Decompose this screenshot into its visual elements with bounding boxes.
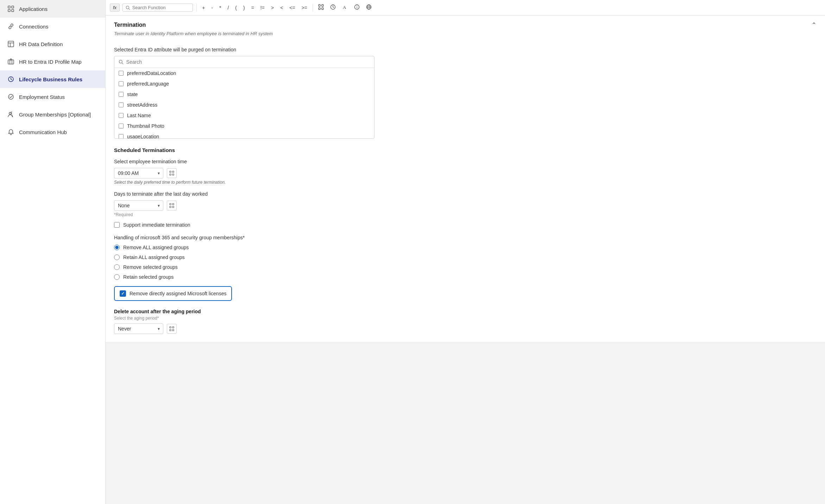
sidebar-item-communication[interactable]: Communication Hub	[0, 123, 105, 141]
sidebar-item-lifecycle[interactable]: Lifecycle Business Rules	[0, 70, 105, 88]
sidebar-item-applications[interactable]: Applications	[0, 0, 105, 18]
svg-rect-37	[170, 327, 171, 328]
attribute-search-box: preferredDataLocation preferredLanguage …	[114, 56, 374, 139]
attr-checkbox-2[interactable]	[119, 92, 124, 97]
svg-line-28	[122, 63, 123, 64]
collapse-button[interactable]: ⌃	[811, 21, 817, 29]
section-header: Termination ⌃	[106, 15, 825, 31]
list-item[interactable]: preferredDataLocation	[114, 68, 374, 78]
attr-search-input[interactable]	[126, 59, 370, 65]
svg-rect-4	[8, 41, 14, 47]
check-circle-icon	[7, 93, 15, 101]
svg-rect-0	[8, 6, 10, 8]
list-item[interactable]: Thumbnail Photo	[114, 121, 374, 131]
clock-button[interactable]	[328, 4, 338, 12]
radio-remove-selected[interactable]	[114, 264, 120, 270]
content-area: Termination ⌃ Terminate user in Identity…	[106, 15, 825, 504]
attr-checkbox-4[interactable]	[119, 113, 124, 118]
open-paren-button[interactable]: (	[233, 4, 239, 11]
sidebar-item-hr-entra[interactable]: HR to Entra ID Profile Map	[0, 53, 105, 70]
sidebar-item-group-label: Group Memberships [Optional]	[19, 112, 91, 118]
svg-rect-7	[8, 60, 14, 64]
attr-search-icon	[119, 59, 124, 64]
lt-button[interactable]: <	[278, 4, 285, 11]
radio-remove-all[interactable]	[114, 245, 120, 250]
gte-button[interactable]: >=	[300, 4, 309, 11]
list-item[interactable]: state	[114, 89, 374, 100]
not-equals-button[interactable]: !=	[259, 4, 266, 11]
radio-retain-all-label: Retain ALL assigned groups	[123, 254, 185, 260]
delete-account-title: Delete account after the aging period	[114, 309, 817, 314]
table-icon	[7, 40, 15, 48]
equals-button[interactable]: =	[250, 4, 256, 11]
days-grid-button[interactable]	[167, 201, 177, 210]
attr-checkbox-5[interactable]	[119, 124, 124, 128]
attr-checkbox-6[interactable]	[119, 134, 124, 138]
search-bar	[122, 4, 193, 12]
font-button[interactable]: A	[340, 4, 349, 12]
time-grid-button[interactable]	[167, 168, 177, 178]
attr-label-5: Thumbnail Photo	[127, 123, 164, 129]
svg-rect-36	[172, 206, 174, 208]
immediate-checkbox-row: Support immediate termination	[114, 222, 817, 228]
grid-icon	[7, 5, 15, 13]
sidebar-item-connections[interactable]: Connections	[0, 18, 105, 35]
sidebar-item-hr-data[interactable]: HR Data Definition	[0, 35, 105, 53]
info-button[interactable]: i	[352, 4, 361, 12]
licenses-highlighted-row[interactable]: Remove directly assigned Microsoft licen…	[114, 286, 232, 301]
multiply-button[interactable]: *	[218, 4, 223, 11]
days-grid-icon	[169, 203, 174, 208]
radio-row-remove-selected: Remove selected groups	[114, 264, 817, 270]
list-item[interactable]: preferredLanguage	[114, 78, 374, 89]
sidebar: Applications Connections HR Data Definit…	[0, 0, 106, 504]
radio-row-retain-all: Retain ALL assigned groups	[114, 254, 817, 260]
list-item[interactable]: Last Name	[114, 110, 374, 121]
aging-grid-button[interactable]	[167, 324, 177, 334]
main-area: fx + - * / ( ) = != > < <= >=	[106, 0, 825, 504]
toolbar-separator-2	[313, 4, 313, 12]
minus-button[interactable]: -	[209, 4, 215, 11]
attr-checkbox-1[interactable]	[119, 81, 124, 86]
radio-remove-all-label: Remove ALL assigned groups	[123, 245, 189, 250]
aging-select-wrapper: Never	[114, 323, 163, 334]
attr-label-4: Last Name	[127, 113, 151, 118]
users-icon	[7, 111, 15, 118]
list-item[interactable]: streetAddress	[114, 100, 374, 110]
attr-checkbox-3[interactable]	[119, 102, 124, 107]
immediate-checkbox[interactable]	[114, 222, 120, 228]
fx-button[interactable]: fx	[110, 4, 120, 12]
sidebar-item-hr-data-label: HR Data Definition	[19, 41, 63, 47]
licenses-checkbox[interactable]	[120, 290, 126, 297]
divide-button[interactable]: /	[226, 4, 231, 11]
lte-button[interactable]: <=	[288, 4, 297, 11]
list-item[interactable]: usageLocation	[114, 131, 374, 138]
map-icon	[7, 58, 15, 65]
close-paren-button[interactable]: )	[241, 4, 247, 11]
svg-rect-17	[322, 5, 323, 6]
svg-text:A: A	[343, 5, 346, 10]
sidebar-item-group-memberships[interactable]: Group Memberships [Optional]	[0, 106, 105, 123]
svg-rect-19	[322, 8, 323, 10]
gt-button[interactable]: >	[269, 4, 276, 11]
attr-label-3: streetAddress	[127, 102, 157, 108]
radio-retain-selected[interactable]	[114, 274, 120, 280]
aging-select[interactable]: Never	[114, 323, 163, 334]
clock-icon	[330, 4, 336, 10]
svg-line-15	[129, 8, 130, 10]
time-select[interactable]: 09:00 AM	[114, 168, 163, 178]
immediate-label: Support immediate termination	[123, 222, 190, 228]
search-input[interactable]	[132, 5, 190, 10]
group-radio-group: Remove ALL assigned groups Retain ALL as…	[114, 245, 817, 280]
days-select[interactable]: None	[114, 200, 163, 211]
plus-button[interactable]: +	[200, 4, 207, 11]
attr-checkbox-0[interactable]	[119, 71, 124, 76]
globe-button[interactable]	[364, 4, 373, 12]
time-field-label: Select employee termination time	[114, 159, 817, 164]
sidebar-item-employment[interactable]: Employment Status	[0, 88, 105, 106]
svg-rect-3	[12, 10, 14, 12]
link-icon	[7, 23, 15, 30]
bell-icon	[7, 128, 15, 136]
sidebar-item-lifecycle-label: Lifecycle Business Rules	[19, 76, 82, 82]
radio-retain-all[interactable]	[114, 254, 120, 260]
grid-view-button[interactable]	[316, 4, 326, 12]
